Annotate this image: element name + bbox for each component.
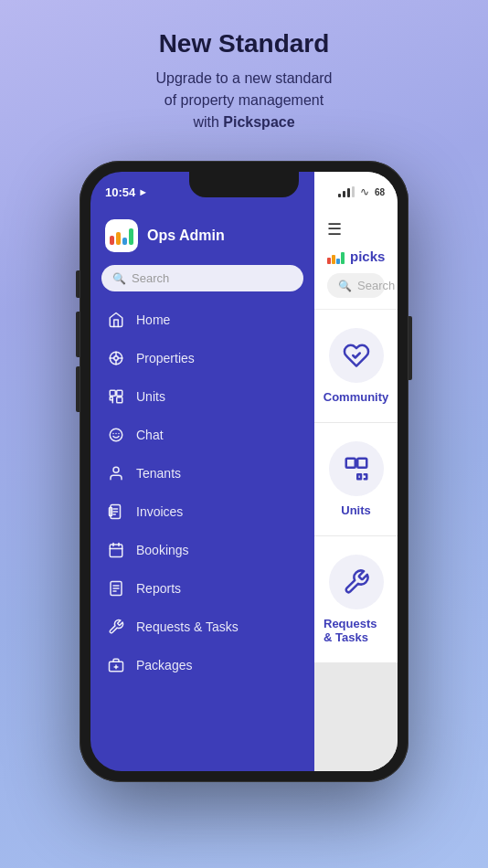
- header-section: New Standard Upgrade to a new standardof…: [119, 0, 368, 152]
- units-icon: [107, 387, 125, 406]
- sidebar-header: Ops Admin: [90, 212, 314, 265]
- sidebar-search-icon: 🔍: [112, 272, 126, 285]
- sidebar-item-units[interactable]: Units: [90, 377, 314, 416]
- svg-rect-28: [357, 459, 366, 468]
- sidebar-item-label-packages: Packages: [136, 658, 192, 672]
- bookings-icon: [107, 541, 125, 559]
- requests-label: Requests & Tasks: [324, 617, 388, 644]
- sidebar-item-bookings[interactable]: Bookings: [90, 531, 314, 569]
- sidebar-item-label-bookings: Bookings: [136, 543, 189, 557]
- content-topbar: ☰ picks 🔍 Search: [314, 212, 398, 310]
- sidebar-item-label-reports: Reports: [136, 581, 181, 596]
- content-search-icon: 🔍: [338, 280, 352, 292]
- svg-rect-27: [345, 459, 355, 468]
- status-bar-right: ∿ 68: [314, 172, 398, 212]
- sidebar-logo: [105, 219, 138, 252]
- units-label: Units: [341, 503, 371, 517]
- phone-wrapper: 10:54 ► Ops Admin: [80, 161, 408, 782]
- power-button: [408, 316, 412, 380]
- sidebar-item-label-invoices: Invoices: [136, 504, 183, 519]
- invoices-icon: [107, 503, 125, 521]
- hamburger-menu[interactable]: ☰: [327, 219, 385, 239]
- sidebar-item-label-chat: Chat: [136, 428, 164, 442]
- signal-bar-4: [352, 186, 355, 197]
- sidebar-item-label-home: Home: [136, 312, 170, 327]
- grid-card-community[interactable]: Community: [314, 310, 398, 422]
- units-grid-icon: [343, 455, 370, 482]
- sidebar-item-label-properties: Properties: [136, 351, 195, 365]
- sidebar-item-requests[interactable]: Requests & Tasks: [90, 608, 314, 646]
- battery-text: 68: [375, 187, 385, 197]
- logo-bars: [110, 227, 133, 245]
- wifi-icon: ∿: [360, 185, 369, 198]
- units-icon-circle: [329, 441, 384, 496]
- reports-icon: [107, 579, 125, 598]
- sidebar-nav: Home Properties: [90, 301, 314, 771]
- sidebar-search[interactable]: 🔍 Search: [101, 265, 303, 291]
- community-icon: [343, 342, 370, 369]
- sidebar-app-name: Ops Admin: [147, 228, 225, 244]
- signal-bar-2: [343, 191, 345, 197]
- sidebar-item-label-units: Units: [136, 389, 165, 404]
- community-label: Community: [324, 390, 389, 404]
- properties-icon: [107, 349, 125, 367]
- requests-icon: [107, 618, 125, 636]
- content-search-bar[interactable]: 🔍 Search: [327, 273, 385, 298]
- grid-card-units[interactable]: Units: [314, 423, 398, 535]
- signal-bars: [338, 186, 355, 197]
- page-title: New Standard: [155, 29, 332, 58]
- page-subtitle: Upgrade to a new standardof property man…: [155, 68, 332, 133]
- svg-point-10: [113, 467, 119, 472]
- chat-icon: [107, 426, 125, 444]
- sidebar-item-properties[interactable]: Properties: [90, 339, 314, 377]
- svg-rect-6: [110, 390, 115, 396]
- brand-name-text: picks: [350, 249, 385, 264]
- tenants-icon: [107, 464, 125, 482]
- phone-notch: [189, 172, 299, 197]
- sidebar-item-packages[interactable]: Packages: [90, 646, 314, 684]
- brand-logo: [327, 249, 345, 264]
- svg-point-9: [110, 429, 122, 441]
- time-display: 10:54: [105, 185, 135, 199]
- requests-icon-circle: [329, 555, 384, 609]
- svg-rect-16: [110, 545, 122, 557]
- community-icon-circle: [329, 328, 384, 383]
- sidebar: 10:54 ► Ops Admin: [90, 172, 314, 771]
- sidebar-item-reports[interactable]: Reports: [90, 569, 314, 608]
- phone-screen: 10:54 ► Ops Admin: [90, 172, 398, 771]
- grid-card-requests[interactable]: Requests & Tasks: [314, 536, 398, 662]
- sidebar-search-placeholder: Search: [132, 271, 169, 285]
- signal-bar-3: [347, 188, 350, 197]
- sidebar-item-home[interactable]: Home: [90, 301, 314, 339]
- sidebar-item-label-tenants: Tenants: [136, 466, 181, 481]
- brand-highlight: Pickspace: [223, 114, 294, 130]
- brand-row: picks: [327, 249, 385, 264]
- sidebar-item-label-requests: Requests & Tasks: [136, 619, 239, 634]
- home-icon: [107, 311, 125, 329]
- content-panel: ∿ 68 ☰ picks: [314, 172, 398, 771]
- location-icon: ►: [138, 186, 148, 197]
- svg-rect-8: [117, 397, 122, 403]
- sidebar-item-tenants[interactable]: Tenants: [90, 454, 314, 492]
- sidebar-item-chat[interactable]: Chat: [90, 416, 314, 454]
- subtitle-text: Upgrade to a new standardof property man…: [155, 70, 332, 130]
- content-search-placeholder: Search: [357, 279, 395, 292]
- svg-rect-7: [117, 390, 122, 396]
- signal-bar-1: [338, 194, 341, 197]
- grid-content: Community Units: [314, 310, 398, 771]
- sidebar-item-invoices[interactable]: Invoices: [90, 492, 314, 531]
- requests-grid-icon: [343, 568, 370, 596]
- packages-icon: [107, 656, 125, 674]
